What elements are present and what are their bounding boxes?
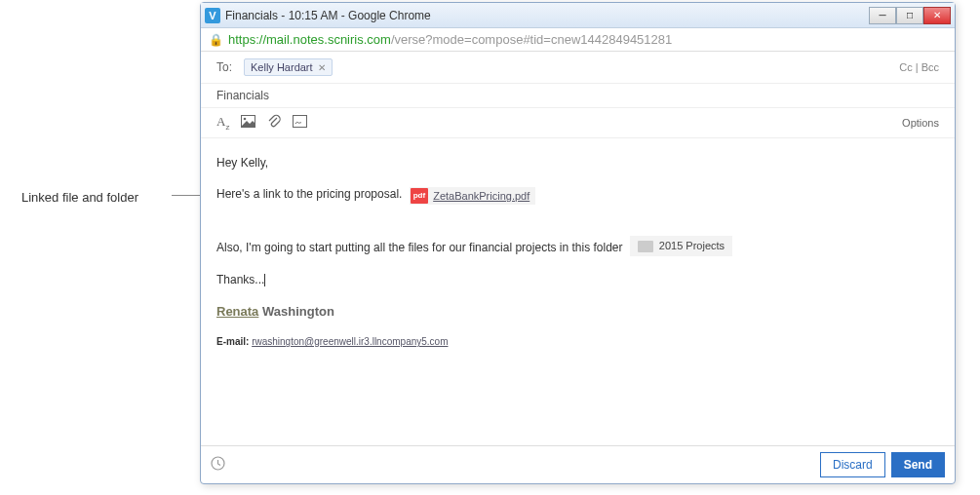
window-title: Financials - 10:15 AM - Google Chrome [225, 9, 869, 22]
text-format-icon[interactable]: Az [216, 114, 229, 132]
body-line-pdf: Here's a link to the pricing proposal. p… [216, 185, 939, 205]
bcc-button[interactable]: Bcc [921, 61, 939, 73]
minimize-button[interactable]: ─ [869, 7, 896, 24]
recipient-name: Kelly Hardart [251, 61, 313, 73]
signature-icon[interactable] [293, 115, 307, 131]
folder-name: 2015 Projects [659, 238, 725, 254]
folder-attachment-chip[interactable]: 2015 Projects [630, 236, 732, 256]
signature-email: E-mail: rwashington@greenwell.ir3.llncom… [216, 334, 939, 349]
to-row: To: Kelly Hardart ✕ Cc | Bcc [201, 52, 955, 84]
compose-footer: Discard Send [201, 445, 955, 483]
url-path: /verse?mode=compose#tid=cnew144284945128… [391, 32, 672, 47]
signature-name: Renata Washington [216, 302, 939, 322]
body-line-folder: Also, I'm going to start putting all the… [216, 236, 939, 256]
body-thanks: Thanks... [216, 271, 939, 288]
image-icon[interactable] [241, 115, 255, 131]
titlebar: V Financials - 10:15 AM - Google Chrome … [201, 3, 955, 28]
app-icon: V [205, 8, 220, 23]
attachment-icon[interactable] [267, 114, 281, 132]
schedule-icon[interactable] [211, 456, 225, 474]
svg-rect-2 [294, 116, 307, 128]
body-greeting: Hey Kelly, [216, 154, 939, 171]
folder-icon [638, 241, 653, 252]
signature-email-link[interactable]: rwashington@greenwell.ir3.llncompany5.co… [252, 336, 448, 347]
pdf-icon: pdf [411, 188, 428, 204]
compose-toolbar: Az Options [201, 108, 955, 138]
lock-icon: 🔒 [209, 33, 223, 47]
maximize-button[interactable]: □ [896, 7, 923, 24]
remove-recipient-icon[interactable]: ✕ [318, 62, 326, 73]
svg-point-1 [244, 118, 247, 121]
discard-button[interactable]: Discard [820, 452, 885, 477]
annotation-label: Linked file and folder [21, 190, 138, 205]
to-label: To: [216, 60, 232, 74]
close-button[interactable]: ✕ [923, 7, 951, 24]
options-button[interactable]: Options [902, 117, 939, 129]
pdf-link[interactable]: ZetaBankPricing.pdf [433, 188, 529, 205]
text-cursor [264, 274, 265, 286]
subject-field[interactable]: Financials [201, 84, 955, 108]
cc-button[interactable]: Cc [899, 61, 912, 73]
address-bar[interactable]: 🔒 https://mail.notes.scniris.com/verse?m… [201, 28, 955, 52]
compose-body[interactable]: Hey Kelly, Here's a link to the pricing … [201, 138, 955, 445]
pdf-attachment-chip[interactable]: pdf ZetaBankPricing.pdf [410, 187, 536, 206]
send-button[interactable]: Send [891, 452, 945, 477]
browser-window: V Financials - 10:15 AM - Google Chrome … [200, 2, 956, 484]
recipient-chip[interactable]: Kelly Hardart ✕ [244, 58, 333, 76]
url-origin: https://mail.notes.scniris.com [228, 32, 391, 47]
